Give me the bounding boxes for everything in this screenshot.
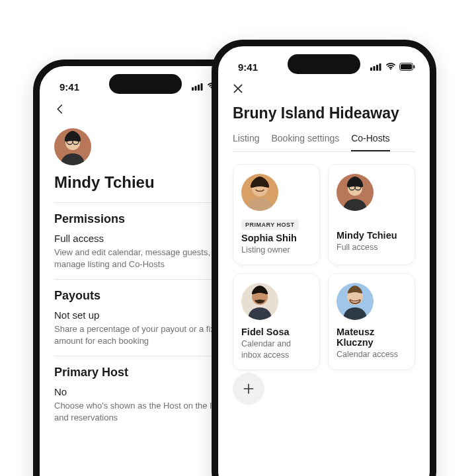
avatar [337, 174, 374, 211]
svg-rect-14 [379, 63, 381, 71]
device-notch [109, 74, 182, 94]
divider [54, 279, 237, 280]
cohost-role: Listing owner [241, 245, 311, 255]
permissions-title: Permissions [54, 212, 237, 226]
svg-rect-13 [376, 65, 378, 71]
status-time: 9:41 [238, 61, 258, 73]
svg-rect-11 [370, 67, 372, 71]
svg-rect-12 [374, 66, 376, 71]
page-title: Bruny Island Hideaway [233, 104, 415, 122]
cohost-card-sophia[interactable]: PRIMARY HOST Sophia Shih Listing owner [233, 164, 320, 265]
avatar [337, 283, 374, 320]
profile-name: Mindy Tchieu [54, 173, 237, 192]
divider [54, 202, 237, 203]
cohost-card-fidel[interactable]: Fidel Sosa Calendar and inbox access [233, 273, 320, 370]
status-time: 9:41 [60, 81, 79, 93]
tabs: Listing Booking settings Co-Hosts [233, 133, 415, 152]
svg-rect-17 [414, 65, 415, 69]
primary-host-title: Primary Host [54, 366, 237, 379]
divider [54, 356, 237, 356]
profile-avatar [54, 128, 91, 165]
payouts-value: Not set up [54, 309, 237, 321]
status-indicators [370, 63, 415, 71]
cohost-name: Fidel Sosa [241, 327, 311, 337]
device-notch [288, 54, 360, 74]
cohost-card-mateusz[interactable]: Mateusz Kluczny Calendar access [328, 273, 415, 370]
tab-cohosts[interactable]: Co-Hosts [351, 133, 389, 151]
section-payouts[interactable]: Payouts Not set up Share a percentage of… [54, 289, 237, 346]
svg-rect-2 [198, 85, 200, 91]
permissions-desc: View and edit calendar, message guests, … [54, 247, 237, 270]
svg-rect-0 [192, 87, 194, 91]
permissions-value: Full access [54, 233, 237, 244]
svg-rect-16 [401, 64, 412, 69]
cohost-grid: PRIMARY HOST Sophia Shih Listing owner M… [233, 164, 415, 370]
svg-rect-3 [201, 83, 203, 91]
payouts-title: Payouts [54, 289, 237, 303]
add-cohost-button[interactable] [233, 373, 264, 405]
avatar [241, 174, 278, 211]
cohost-name: Mateusz Kluczny [337, 327, 407, 348]
tab-booking-settings[interactable]: Booking settings [271, 133, 339, 151]
primary-host-badge: PRIMARY HOST [241, 219, 299, 230]
cohost-name: Sophia Shih [241, 233, 311, 243]
cohosts-screen: Bruny Island Hideaway Listing Booking se… [218, 78, 430, 405]
cohost-card-mindy[interactable]: Mindy Tchieu Full access [328, 164, 415, 265]
plus-icon [242, 382, 255, 395]
payouts-desc: Share a percentage of your payout or a f… [54, 323, 237, 346]
avatar [241, 283, 278, 320]
cohost-name: Mindy Tchieu [337, 230, 407, 241]
tab-listing[interactable]: Listing [233, 133, 259, 151]
close-icon[interactable] [233, 83, 246, 97]
primary-host-value: No [54, 386, 237, 397]
cohost-role: Calendar and inbox access [241, 338, 311, 360]
cohost-role: Full access [337, 242, 407, 253]
back-icon[interactable] [54, 103, 70, 119]
svg-rect-1 [195, 86, 197, 91]
phone-cohosts-view: 9:41 Bruny Island Hideaway Listing Booki… [212, 40, 436, 476]
cohost-role: Calendar access [337, 349, 407, 360]
primary-host-desc: Choose who's shown as the Host on the li… [54, 400, 237, 423]
section-permissions[interactable]: Permissions Full access View and edit ca… [54, 212, 237, 270]
section-primary-host[interactable]: Primary Host No Choose who's shown as th… [54, 366, 237, 423]
